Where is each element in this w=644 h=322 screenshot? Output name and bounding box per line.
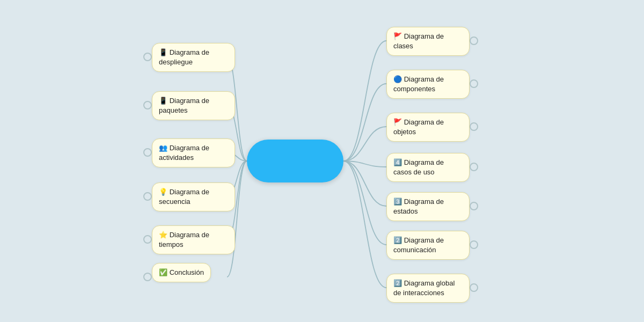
branch-node-secuencia[interactable]: 💡 Diagrama de secuencia bbox=[152, 182, 235, 211]
branch-node-actividades[interactable]: 👥 Diagrama de actividades bbox=[152, 138, 235, 167]
connector-dot bbox=[143, 192, 152, 201]
connector-dot bbox=[470, 283, 478, 292]
branch-node-comunicacion[interactable]: 2️⃣ Diagrama de comunicación bbox=[386, 231, 470, 260]
node-icon-estados: 3️⃣ bbox=[393, 197, 402, 206]
connector-dot bbox=[470, 79, 478, 88]
node-icon-objetos: 🚩 bbox=[393, 118, 402, 126]
branch-node-objetos[interactable]: 🚩 Diagrama de objetos bbox=[386, 113, 470, 142]
connector-dot bbox=[470, 163, 478, 171]
branch-node-despliegue[interactable]: 📱 Diagrama de despliegue bbox=[152, 43, 235, 72]
node-icon-componentes: 🔵 bbox=[393, 75, 402, 83]
node-icon-conclusion: ✅ bbox=[159, 268, 167, 276]
node-icon-actividades: 👥 bbox=[159, 144, 167, 152]
node-icon-casosuso: 4️⃣ bbox=[393, 158, 402, 166]
connector-dot bbox=[470, 240, 478, 249]
branch-node-estados[interactable]: 3️⃣ Diagrama de estados bbox=[386, 192, 470, 221]
connector-dot bbox=[143, 273, 152, 281]
connector-dot bbox=[143, 53, 152, 61]
node-icon-clases: 🚩 bbox=[393, 32, 402, 40]
node-label-conclusion: Conclusión bbox=[170, 268, 204, 276]
connector-dot bbox=[143, 235, 152, 244]
connector-dot bbox=[470, 36, 478, 45]
connector-dot bbox=[470, 122, 478, 131]
branch-node-tiempos[interactable]: ⭐ Diagrama de tiempos bbox=[152, 225, 235, 254]
connector-dot bbox=[143, 148, 152, 157]
central-node[interactable] bbox=[247, 140, 343, 182]
branch-node-casosuso[interactable]: 4️⃣ Diagrama de casos de uso bbox=[386, 153, 470, 182]
connector-dot bbox=[470, 202, 478, 210]
node-icon-paquetes: 📱 bbox=[159, 97, 167, 105]
node-icon-interacciones: 2️⃣ bbox=[393, 279, 402, 287]
node-icon-despliegue: 📱 bbox=[159, 48, 167, 56]
branch-node-clases[interactable]: 🚩 Diagrama de clases bbox=[386, 27, 470, 56]
branch-node-conclusion[interactable]: ✅ Conclusión bbox=[152, 263, 211, 282]
node-label-interacciones: Diagrama global de interacciones bbox=[393, 279, 455, 297]
branch-node-interacciones[interactable]: 2️⃣ Diagrama global de interacciones bbox=[386, 274, 470, 303]
node-icon-secuencia: 💡 bbox=[159, 188, 167, 196]
branch-node-componentes[interactable]: 🔵 Diagrama de componentes bbox=[386, 70, 470, 99]
connector-dot bbox=[143, 101, 152, 109]
node-icon-comunicacion: 2️⃣ bbox=[393, 236, 402, 244]
node-icon-tiempos: ⭐ bbox=[159, 231, 167, 239]
branch-node-paquetes[interactable]: 📱 Diagrama de paquetes bbox=[152, 91, 235, 120]
